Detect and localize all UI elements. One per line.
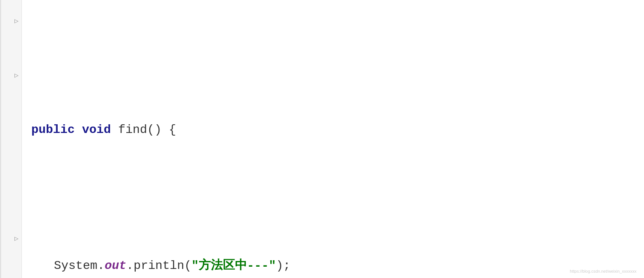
gutter-icon-7	[14, 171, 18, 198]
gutter-icon-5	[14, 116, 18, 144]
gutter-icon-8	[14, 198, 18, 225]
gutter-icon-6	[14, 144, 18, 171]
gutter: ▷ ▷ ▷	[1, 0, 22, 278]
gutter-icon-1: ▷	[14, 8, 18, 35]
system-text-1: System.	[54, 252, 104, 278]
watermark: https://blog.csdn.net/weixin_xxxxxxx	[570, 269, 636, 273]
code-line-1: public void find() {	[31, 116, 644, 144]
method-find: find() {	[111, 116, 176, 144]
string-1: "方法区中---"	[192, 252, 276, 278]
gutter-icon-4	[14, 89, 18, 116]
gutter-icon-2	[14, 35, 18, 62]
keyword-public-void: public void	[31, 116, 111, 144]
semicolon-1: );	[276, 252, 290, 278]
code-editor: ▷ ▷ ▷ public void find() { System.out.pr…	[0, 0, 644, 278]
gutter-icon-3: ▷	[14, 62, 18, 89]
out-keyword-1: out	[104, 252, 126, 278]
println-1: .println(	[126, 252, 192, 278]
gutter-icon-9: ▷	[14, 225, 18, 252]
code-content: public void find() { System.out.println(…	[31, 8, 644, 278]
code-line-2: System.out.println("方法区中---");	[31, 252, 644, 278]
